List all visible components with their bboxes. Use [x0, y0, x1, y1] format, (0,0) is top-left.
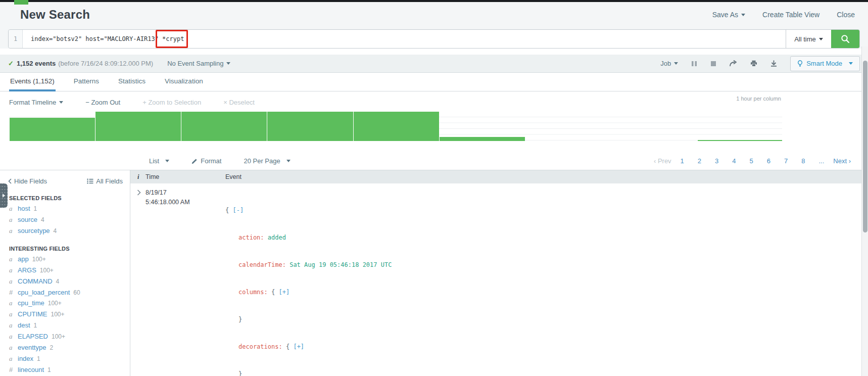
tab-events[interactable]: Events (1,152): [9, 77, 56, 91]
field-item[interactable]: a eventtype 2: [0, 342, 130, 353]
field-item[interactable]: a index 1: [0, 353, 130, 364]
format-results-button[interactable]: Format: [191, 157, 221, 165]
field-item[interactable]: a host 1: [0, 203, 130, 214]
selected-fields-list: a host 1 a source 4 a sourcetype 4: [0, 203, 130, 237]
field-item[interactable]: a ARGS 100+: [0, 265, 130, 276]
field-type: a: [9, 344, 14, 352]
field-item[interactable]: a CPUTIME 100+: [0, 309, 130, 320]
close-button[interactable]: Close: [837, 11, 855, 19]
time-range-picker[interactable]: All time: [786, 30, 831, 48]
page-number[interactable]: 3: [710, 155, 723, 167]
header-actions: Save As Create Table View Close: [712, 11, 855, 19]
collapse-toggle[interactable]: [-]: [232, 207, 244, 214]
topbar-green-indicator: [14, 0, 28, 5]
events-timeline-histogram[interactable]: [9, 112, 782, 141]
field-name: sourcetype: [18, 227, 50, 234]
stop-button[interactable]: [710, 61, 716, 67]
field-item[interactable]: a app 100+: [0, 254, 130, 265]
page-number[interactable]: 8: [797, 155, 809, 167]
chevron-down-icon: [674, 62, 678, 65]
field-type: a: [9, 310, 14, 318]
field-item[interactable]: # linecount 1: [0, 364, 130, 375]
page-number[interactable]: ...: [814, 155, 829, 167]
sidebar-collapse-handle[interactable]: [0, 183, 8, 208]
page-number[interactable]: 6: [762, 155, 775, 167]
chevron-left-icon: [8, 178, 12, 184]
page-number[interactable]: 5: [745, 155, 758, 167]
expand-toggle[interactable]: [+]: [279, 289, 290, 296]
create-table-view-button[interactable]: Create Table View: [762, 11, 819, 19]
field-count: 100+: [51, 311, 65, 318]
query-line-number: 1: [9, 30, 23, 48]
histogram-bar[interactable]: [353, 112, 439, 141]
page-number[interactable]: 4: [728, 155, 740, 167]
events-list-panel: i Time Event 8/19/17 5:46:18.000 AM { [-…: [130, 170, 868, 376]
results-controls-bar: List Format 20 Per Page ‹ Prev 12345678.…: [0, 152, 868, 170]
field-count: 1: [34, 205, 37, 212]
field-type: a: [9, 255, 14, 263]
chevron-down-icon: [819, 38, 823, 40]
query-text: index="botsv2" host="MACLORY-AIR13": [31, 35, 162, 42]
field-count: 4: [41, 216, 44, 223]
field-name: cpu_load_percent: [18, 289, 70, 296]
search-mode-button[interactable]: Smart Mode: [790, 56, 860, 71]
expand-chevron-icon[interactable]: [130, 183, 146, 376]
field-item[interactable]: # cpu_load_percent 60: [0, 287, 130, 298]
field-count: 2: [50, 344, 53, 351]
lightbulb-icon: [797, 60, 803, 67]
format-timeline-menu[interactable]: Format Timeline: [9, 99, 63, 106]
histogram-bar[interactable]: [181, 112, 267, 141]
column-header-time: Time: [146, 173, 204, 180]
field-name: linecount: [18, 366, 44, 373]
histogram-bar[interactable]: [697, 140, 782, 141]
field-item[interactable]: a ELAPSED 100+: [0, 331, 130, 342]
field-item[interactable]: a dest 1: [0, 320, 130, 331]
zoom-out-button[interactable]: − Zoom Out: [85, 99, 120, 106]
hide-fields-button[interactable]: Hide Fields: [8, 177, 47, 185]
download-button[interactable]: [770, 60, 777, 67]
event-sampling-menu[interactable]: No Event Sampling: [167, 60, 230, 67]
save-as-button[interactable]: Save As: [712, 11, 745, 19]
search-button[interactable]: [831, 30, 859, 48]
histogram-bar[interactable]: [95, 112, 181, 141]
field-item[interactable]: a COMMAND 4: [0, 276, 130, 287]
field-item[interactable]: a source 4: [0, 214, 130, 225]
page-number[interactable]: 1: [676, 155, 689, 167]
print-button[interactable]: [750, 60, 757, 67]
expand-toggle[interactable]: [+]: [293, 343, 304, 350]
list-icon: [87, 178, 93, 184]
field-count: 100+: [40, 267, 54, 274]
tab-visualization[interactable]: Visualization: [164, 77, 204, 91]
tab-patterns[interactable]: Patterns: [73, 77, 100, 91]
prev-page-button: ‹ Prev: [654, 157, 671, 165]
search-bar: 1 index="botsv2" host="MACLORY-AIR13" *c…: [8, 29, 860, 49]
all-fields-button[interactable]: All Fields: [87, 177, 123, 185]
fields-sidebar: Hide Fields All Fields SELECTED FIELDS a…: [0, 170, 130, 376]
field-type: a: [9, 205, 14, 213]
chevron-down-icon: [849, 62, 853, 65]
job-menu[interactable]: Job: [660, 60, 678, 67]
scrollbar-thumb[interactable]: [863, 61, 867, 232]
event-json: { [-] action: added calendarTime: Sat Au…: [225, 187, 868, 376]
field-item[interactable]: a cpu_time 100+: [0, 298, 130, 309]
field-count: 60: [73, 289, 80, 296]
pause-button[interactable]: [691, 61, 697, 67]
per-page-menu[interactable]: 20 Per Page: [244, 157, 290, 165]
field-item[interactable]: a sourcetype 4: [0, 225, 130, 237]
histogram-bar[interactable]: [9, 118, 95, 141]
chevron-down-icon: [226, 62, 230, 65]
field-count: 100+: [52, 333, 65, 340]
field-type: a: [9, 266, 14, 274]
page-number[interactable]: 7: [780, 155, 792, 167]
field-count: 4: [54, 227, 57, 234]
histogram-bar[interactable]: [439, 137, 525, 141]
share-button[interactable]: [730, 60, 737, 67]
view-type-menu[interactable]: List: [149, 157, 169, 165]
splunk-search-window: New Search Save As Create Table View Clo…: [0, 0, 868, 376]
next-page-button[interactable]: Next ›: [833, 157, 851, 165]
page-number[interactable]: 2: [693, 155, 706, 167]
histogram-bar[interactable]: [267, 112, 353, 141]
tab-statistics[interactable]: Statistics: [117, 77, 147, 91]
search-query-input[interactable]: index="botsv2" host="MACLORY-AIR13" *cry…: [23, 30, 786, 48]
zoom-to-selection-button: + Zoom to Selection: [142, 99, 201, 106]
